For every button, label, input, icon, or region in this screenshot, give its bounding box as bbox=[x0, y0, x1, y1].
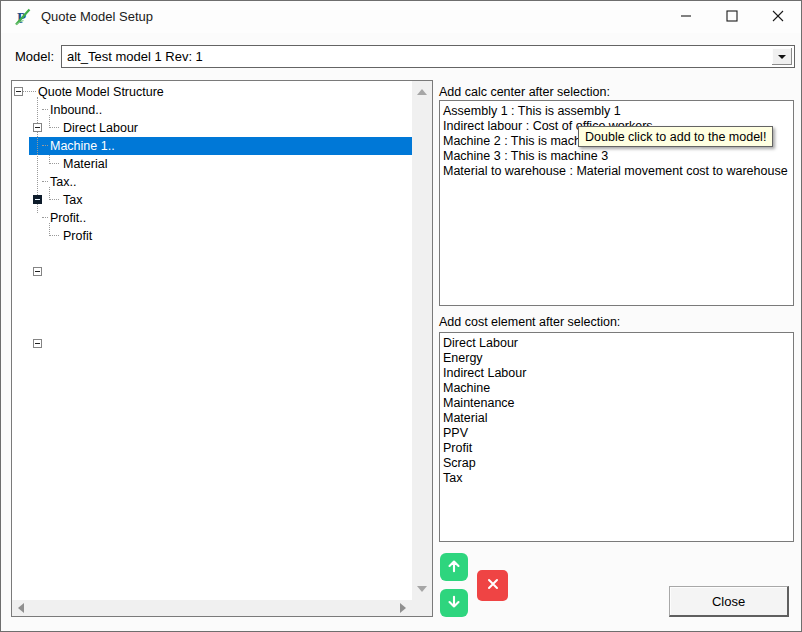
tree-node-label: Profit bbox=[63, 227, 92, 245]
tree-node-label: Direct Labour bbox=[63, 119, 138, 137]
list-item[interactable]: Machine 3 : This is machine 3 bbox=[440, 149, 793, 164]
tree-connector bbox=[49, 127, 59, 128]
maximize-button[interactable] bbox=[709, 1, 755, 33]
tree-connector bbox=[49, 163, 59, 164]
tree-node[interactable]: Machine 1.. bbox=[12, 137, 412, 155]
model-combobox[interactable]: alt_Test model 1 Rev: 1 bbox=[61, 45, 795, 68]
titlebar: P Quote Model Setup bbox=[1, 1, 801, 33]
scroll-right-icon[interactable] bbox=[400, 603, 406, 613]
minimize-button[interactable] bbox=[663, 1, 709, 33]
minus-glyph bbox=[35, 127, 40, 128]
tree-node[interactable]: Inbound.. bbox=[12, 101, 412, 119]
calc-center-label: Add calc center after selection: bbox=[439, 85, 610, 99]
x-mark-icon bbox=[485, 576, 501, 595]
tree-connector bbox=[23, 91, 36, 92]
scroll-left-icon[interactable] bbox=[18, 603, 24, 613]
tree-node-label: Inbound.. bbox=[50, 101, 102, 119]
window-title: Quote Model Setup bbox=[41, 1, 153, 33]
combobox-dropdown-button[interactable] bbox=[771, 47, 793, 66]
tree-expander-minus-icon[interactable] bbox=[33, 195, 42, 204]
tree-horizontal-scrollbar[interactable] bbox=[12, 600, 432, 616]
tree-expander-minus-icon[interactable] bbox=[33, 267, 42, 276]
move-down-button[interactable] bbox=[440, 589, 468, 617]
list-item[interactable]: Indirect Labour bbox=[440, 366, 793, 381]
close-button[interactable] bbox=[755, 1, 801, 33]
model-combobox-value: alt_Test model 1 Rev: 1 bbox=[67, 46, 203, 67]
tree-node[interactable]: Profit bbox=[12, 227, 412, 245]
minimize-icon bbox=[680, 8, 692, 26]
arrow-up-icon bbox=[445, 557, 463, 578]
list-item[interactable]: Profit bbox=[440, 441, 793, 456]
tree-connector bbox=[49, 235, 59, 236]
tree-node[interactable]: Quote Model Structure bbox=[12, 83, 412, 101]
minus-glyph bbox=[35, 343, 40, 344]
model-structure-tree-panel: Quote Model StructureInbound..Direct Lab… bbox=[11, 80, 433, 617]
cost-element-listbox[interactable]: Direct LabourEnergyIndirect LabourMachin… bbox=[439, 332, 794, 542]
list-item[interactable]: Energy bbox=[440, 351, 793, 366]
tree-node[interactable]: Tax.. bbox=[12, 173, 412, 191]
list-item[interactable]: Assembly 1 : This is assembly 1 bbox=[440, 104, 793, 119]
quote-model-setup-dialog: P Quote Model Setup bbox=[0, 0, 802, 632]
list-item[interactable]: Scrap bbox=[440, 456, 793, 471]
tree-node-label: Material bbox=[63, 155, 107, 173]
window-controls bbox=[663, 1, 801, 33]
tree-connector bbox=[49, 199, 59, 200]
minus-glyph bbox=[35, 271, 40, 272]
model-label: Model: bbox=[15, 46, 54, 68]
tree-node[interactable]: Tax bbox=[12, 191, 412, 209]
tree-vertical-scrollbar[interactable] bbox=[412, 81, 432, 600]
model-structure-tree: Quote Model StructureInbound..Direct Lab… bbox=[12, 83, 412, 600]
tree-node[interactable]: Material bbox=[12, 155, 412, 173]
tree-node-label: Machine 1.. bbox=[48, 137, 117, 155]
list-item[interactable]: Maintenance bbox=[440, 396, 793, 411]
minus-glyph bbox=[16, 91, 21, 92]
delete-button[interactable] bbox=[477, 570, 508, 601]
tree-node-label: Profit.. bbox=[50, 209, 86, 227]
list-item[interactable]: Direct Labour bbox=[440, 336, 793, 351]
arrow-down-icon bbox=[445, 593, 463, 614]
tree-expander-minus-icon[interactable] bbox=[33, 123, 42, 132]
scroll-down-icon[interactable] bbox=[417, 586, 427, 592]
chevron-down-icon bbox=[778, 55, 786, 59]
tree-expander-minus-icon[interactable] bbox=[33, 339, 42, 348]
app-logo-icon: P bbox=[14, 8, 32, 26]
maximize-icon bbox=[726, 8, 738, 26]
tree-expander-minus-icon[interactable] bbox=[14, 87, 23, 96]
list-item[interactable]: Material to warehouse : Material movemen… bbox=[440, 164, 793, 179]
tree-connector bbox=[42, 181, 48, 182]
tree-node-label: Quote Model Structure bbox=[38, 83, 164, 101]
move-up-button[interactable] bbox=[440, 553, 468, 581]
list-item[interactable]: Tax bbox=[440, 471, 793, 486]
close-icon bbox=[772, 8, 784, 26]
list-item[interactable]: Material bbox=[440, 411, 793, 426]
cost-element-label: Add cost element after selection: bbox=[439, 315, 620, 329]
tree-connector bbox=[42, 217, 48, 218]
close-dialog-button[interactable]: Close bbox=[669, 586, 789, 617]
tree-connector bbox=[42, 109, 48, 110]
scroll-up-icon[interactable] bbox=[417, 89, 427, 95]
tooltip: Double click to add to the model! bbox=[578, 126, 773, 147]
tree-node-label: Tax.. bbox=[50, 173, 76, 191]
minus-glyph bbox=[35, 199, 40, 200]
tree-node[interactable]: Profit.. bbox=[12, 209, 412, 227]
tree-node-label: Tax bbox=[63, 191, 82, 209]
tree-node[interactable]: Direct Labour bbox=[12, 119, 412, 137]
list-item[interactable]: PPV bbox=[440, 426, 793, 441]
list-item[interactable]: Machine bbox=[440, 381, 793, 396]
